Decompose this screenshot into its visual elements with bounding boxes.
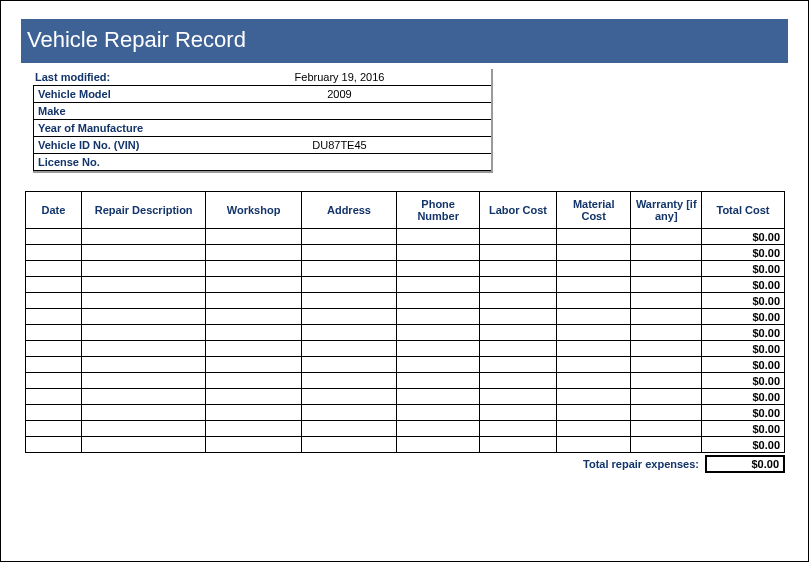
table-row: $0.00 bbox=[26, 261, 785, 277]
cell-date bbox=[26, 357, 82, 373]
repair-table: Date Repair Description Workshop Address… bbox=[25, 191, 785, 453]
table-row: $0.00 bbox=[26, 277, 785, 293]
cell-workshop bbox=[206, 277, 301, 293]
cell-address bbox=[301, 325, 396, 341]
cell-total: $0.00 bbox=[701, 341, 784, 357]
cell-warranty bbox=[631, 309, 702, 325]
cell-labor bbox=[480, 405, 557, 421]
table-row: $0.00 bbox=[26, 309, 785, 325]
cell-desc bbox=[81, 245, 205, 261]
cell-date bbox=[26, 245, 82, 261]
cell-warranty bbox=[631, 277, 702, 293]
cell-material bbox=[556, 357, 631, 373]
info-row-last-modified: Last modified: February 19, 2016 bbox=[33, 69, 491, 85]
cell-workshop bbox=[206, 357, 301, 373]
cell-phone bbox=[397, 229, 480, 245]
vehicle-info-block: Last modified: February 19, 2016 Vehicle… bbox=[33, 69, 493, 173]
cell-phone bbox=[397, 373, 480, 389]
cell-phone bbox=[397, 309, 480, 325]
cell-workshop bbox=[206, 389, 301, 405]
cell-desc bbox=[81, 405, 205, 421]
table-row: $0.00 bbox=[26, 421, 785, 437]
header-material: Material Cost bbox=[556, 192, 631, 229]
cell-address bbox=[301, 277, 396, 293]
cell-warranty bbox=[631, 389, 702, 405]
cell-total: $0.00 bbox=[701, 293, 784, 309]
header-address: Address bbox=[301, 192, 396, 229]
table-row: $0.00 bbox=[26, 245, 785, 261]
header-phone: Phone Number bbox=[397, 192, 480, 229]
cell-labor bbox=[480, 229, 557, 245]
cell-total: $0.00 bbox=[701, 277, 784, 293]
cell-material bbox=[556, 245, 631, 261]
header-desc: Repair Description bbox=[81, 192, 205, 229]
cell-labor bbox=[480, 389, 557, 405]
last-modified-value: February 19, 2016 bbox=[188, 69, 491, 85]
year-value bbox=[188, 119, 491, 136]
cell-phone bbox=[397, 389, 480, 405]
cell-labor bbox=[480, 421, 557, 437]
cell-material bbox=[556, 421, 631, 437]
model-label: Vehicle Model bbox=[33, 85, 188, 102]
cell-warranty bbox=[631, 229, 702, 245]
year-label: Year of Manufacture bbox=[33, 119, 188, 136]
cell-material bbox=[556, 405, 631, 421]
cell-total: $0.00 bbox=[701, 229, 784, 245]
table-header-row: Date Repair Description Workshop Address… bbox=[26, 192, 785, 229]
cell-date bbox=[26, 389, 82, 405]
cell-phone bbox=[397, 325, 480, 341]
cell-phone bbox=[397, 421, 480, 437]
cell-address bbox=[301, 293, 396, 309]
table-row: $0.00 bbox=[26, 357, 785, 373]
cell-date bbox=[26, 373, 82, 389]
cell-desc bbox=[81, 277, 205, 293]
cell-desc bbox=[81, 437, 205, 453]
last-modified-label: Last modified: bbox=[33, 69, 188, 85]
info-row-license: License No. bbox=[33, 153, 491, 171]
table-row: $0.00 bbox=[26, 293, 785, 309]
cell-date bbox=[26, 229, 82, 245]
cell-workshop bbox=[206, 229, 301, 245]
cell-workshop bbox=[206, 405, 301, 421]
summary-label: Total repair expenses: bbox=[583, 458, 705, 470]
cell-material bbox=[556, 293, 631, 309]
cell-phone bbox=[397, 277, 480, 293]
info-row-year: Year of Manufacture bbox=[33, 119, 491, 136]
cell-workshop bbox=[206, 373, 301, 389]
cell-workshop bbox=[206, 293, 301, 309]
cell-labor bbox=[480, 293, 557, 309]
cell-phone bbox=[397, 357, 480, 373]
table-row: $0.00 bbox=[26, 325, 785, 341]
cell-address bbox=[301, 309, 396, 325]
cell-warranty bbox=[631, 437, 702, 453]
cell-workshop bbox=[206, 245, 301, 261]
cell-desc bbox=[81, 373, 205, 389]
vin-label: Vehicle ID No. (VIN) bbox=[33, 136, 188, 153]
cell-phone bbox=[397, 341, 480, 357]
cell-desc bbox=[81, 389, 205, 405]
cell-workshop bbox=[206, 309, 301, 325]
cell-desc bbox=[81, 357, 205, 373]
cell-date bbox=[26, 277, 82, 293]
cell-labor bbox=[480, 277, 557, 293]
table-row: $0.00 bbox=[26, 373, 785, 389]
cell-phone bbox=[397, 293, 480, 309]
cell-material bbox=[556, 277, 631, 293]
cell-desc bbox=[81, 325, 205, 341]
cell-warranty bbox=[631, 357, 702, 373]
cell-material bbox=[556, 373, 631, 389]
cell-desc bbox=[81, 293, 205, 309]
cell-warranty bbox=[631, 341, 702, 357]
cell-workshop bbox=[206, 421, 301, 437]
make-value bbox=[188, 102, 491, 119]
info-row-vin: Vehicle ID No. (VIN) DU87TE45 bbox=[33, 136, 491, 153]
header-warranty: Warranty [if any] bbox=[631, 192, 702, 229]
cell-address bbox=[301, 421, 396, 437]
cell-material bbox=[556, 261, 631, 277]
cell-total: $0.00 bbox=[701, 325, 784, 341]
cell-date bbox=[26, 309, 82, 325]
cell-total: $0.00 bbox=[701, 373, 784, 389]
cell-desc bbox=[81, 261, 205, 277]
summary-row: Total repair expenses: $0.00 bbox=[25, 455, 785, 473]
cell-warranty bbox=[631, 405, 702, 421]
